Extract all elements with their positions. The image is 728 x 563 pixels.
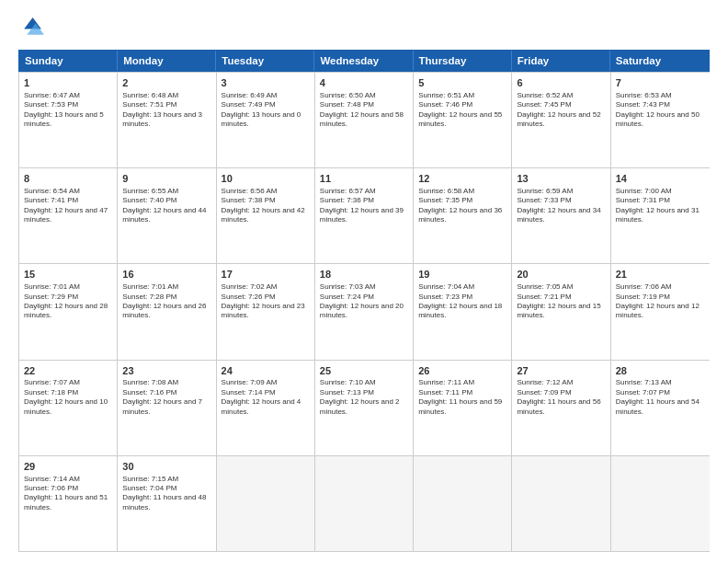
day-number: 4 <box>320 76 408 90</box>
cal-day-28: 28Sunrise: 7:13 AM Sunset: 7:07 PM Dayli… <box>611 361 710 455</box>
cal-day-18: 18Sunrise: 7:03 AM Sunset: 7:24 PM Dayli… <box>315 264 414 359</box>
cal-header-thursday: Thursday <box>414 51 512 71</box>
day-info: Sunrise: 6:53 AM Sunset: 7:43 PM Dayligh… <box>616 91 705 130</box>
cal-day-25: 25Sunrise: 7:10 AM Sunset: 7:13 PM Dayli… <box>315 361 414 455</box>
day-number: 7 <box>616 76 705 90</box>
calendar-body: 1Sunrise: 6:47 AM Sunset: 7:53 PM Daylig… <box>18 72 710 552</box>
cal-day-9: 9Sunrise: 6:55 AM Sunset: 7:40 PM Daylig… <box>118 168 216 263</box>
day-number: 29 <box>24 460 112 474</box>
cal-day-19: 19Sunrise: 7:04 AM Sunset: 7:23 PM Dayli… <box>414 264 512 359</box>
day-number: 14 <box>616 172 705 186</box>
day-info: Sunrise: 7:13 AM Sunset: 7:07 PM Dayligh… <box>616 378 705 417</box>
day-info: Sunrise: 7:03 AM Sunset: 7:24 PM Dayligh… <box>320 282 408 321</box>
cal-header-tuesday: Tuesday <box>216 51 314 71</box>
day-number: 27 <box>517 364 605 378</box>
cal-day-empty <box>414 456 512 551</box>
day-info: Sunrise: 7:11 AM Sunset: 7:11 PM Dayligh… <box>418 378 506 417</box>
day-info: Sunrise: 7:15 AM Sunset: 7:04 PM Dayligh… <box>122 475 210 513</box>
day-number: 24 <box>222 364 310 378</box>
cal-week-4: 22Sunrise: 7:07 AM Sunset: 7:18 PM Dayli… <box>19 360 710 455</box>
day-number: 23 <box>122 364 210 378</box>
day-info: Sunrise: 6:54 AM Sunset: 7:41 PM Dayligh… <box>24 187 112 225</box>
calendar: SundayMondayTuesdayWednesdayThursdayFrid… <box>18 50 710 552</box>
cal-day-8: 8Sunrise: 6:54 AM Sunset: 7:41 PM Daylig… <box>19 168 118 263</box>
day-info: Sunrise: 7:08 AM Sunset: 7:16 PM Dayligh… <box>122 378 210 417</box>
day-number: 8 <box>24 172 112 186</box>
day-info: Sunrise: 6:48 AM Sunset: 7:51 PM Dayligh… <box>122 91 210 130</box>
cal-day-13: 13Sunrise: 6:59 AM Sunset: 7:33 PM Dayli… <box>512 168 610 263</box>
day-number: 11 <box>320 172 408 186</box>
cal-day-16: 16Sunrise: 7:01 AM Sunset: 7:28 PM Dayli… <box>118 264 216 359</box>
cal-header-wednesday: Wednesday <box>314 51 413 71</box>
day-number: 2 <box>122 76 210 90</box>
cal-week-3: 15Sunrise: 7:01 AM Sunset: 7:29 PM Dayli… <box>19 263 710 359</box>
day-info: Sunrise: 6:56 AM Sunset: 7:38 PM Dayligh… <box>222 187 310 225</box>
day-info: Sunrise: 6:52 AM Sunset: 7:45 PM Dayligh… <box>517 91 605 130</box>
cal-day-12: 12Sunrise: 6:58 AM Sunset: 7:35 PM Dayli… <box>414 168 512 263</box>
day-info: Sunrise: 7:12 AM Sunset: 7:09 PM Dayligh… <box>517 378 605 417</box>
cal-day-4: 4Sunrise: 6:50 AM Sunset: 7:48 PM Daylig… <box>315 73 414 167</box>
day-info: Sunrise: 7:09 AM Sunset: 7:14 PM Dayligh… <box>222 378 310 417</box>
day-info: Sunrise: 7:00 AM Sunset: 7:31 PM Dayligh… <box>616 187 705 225</box>
day-info: Sunrise: 6:59 AM Sunset: 7:33 PM Dayligh… <box>517 187 605 225</box>
cal-day-22: 22Sunrise: 7:07 AM Sunset: 7:18 PM Dayli… <box>19 361 118 455</box>
cal-day-10: 10Sunrise: 6:56 AM Sunset: 7:38 PM Dayli… <box>217 168 315 263</box>
cal-day-29: 29Sunrise: 7:14 AM Sunset: 7:06 PM Dayli… <box>19 456 118 551</box>
cal-day-1: 1Sunrise: 6:47 AM Sunset: 7:53 PM Daylig… <box>19 73 118 167</box>
day-info: Sunrise: 7:07 AM Sunset: 7:18 PM Dayligh… <box>24 378 112 417</box>
day-number: 5 <box>418 76 506 90</box>
day-number: 6 <box>517 76 605 90</box>
cal-day-15: 15Sunrise: 7:01 AM Sunset: 7:29 PM Dayli… <box>19 264 118 359</box>
cal-day-30: 30Sunrise: 7:15 AM Sunset: 7:04 PM Dayli… <box>118 456 216 551</box>
cal-header-monday: Monday <box>118 51 216 71</box>
day-number: 18 <box>320 268 408 282</box>
day-number: 25 <box>320 364 408 378</box>
day-number: 16 <box>122 268 210 282</box>
cal-day-11: 11Sunrise: 6:57 AM Sunset: 7:36 PM Dayli… <box>315 168 414 263</box>
day-info: Sunrise: 6:55 AM Sunset: 7:40 PM Dayligh… <box>122 187 210 225</box>
day-number: 22 <box>24 364 112 378</box>
logo-icon <box>18 15 44 40</box>
day-info: Sunrise: 6:57 AM Sunset: 7:36 PM Dayligh… <box>320 187 408 225</box>
cal-day-20: 20Sunrise: 7:05 AM Sunset: 7:21 PM Dayli… <box>512 264 610 359</box>
cal-day-24: 24Sunrise: 7:09 AM Sunset: 7:14 PM Dayli… <box>217 361 315 455</box>
cal-day-empty <box>611 456 710 551</box>
day-number: 30 <box>122 460 210 474</box>
day-number: 17 <box>222 268 310 282</box>
day-info: Sunrise: 7:10 AM Sunset: 7:13 PM Dayligh… <box>320 378 408 417</box>
day-info: Sunrise: 6:51 AM Sunset: 7:46 PM Dayligh… <box>418 91 506 130</box>
day-number: 9 <box>122 172 210 186</box>
cal-day-14: 14Sunrise: 7:00 AM Sunset: 7:31 PM Dayli… <box>611 168 710 263</box>
cal-day-empty <box>217 456 315 551</box>
day-info: Sunrise: 7:04 AM Sunset: 7:23 PM Dayligh… <box>418 282 506 321</box>
day-number: 13 <box>517 172 605 186</box>
cal-header-sunday: Sunday <box>19 51 118 71</box>
day-info: Sunrise: 7:14 AM Sunset: 7:06 PM Dayligh… <box>24 475 112 513</box>
cal-day-2: 2Sunrise: 6:48 AM Sunset: 7:51 PM Daylig… <box>118 73 216 167</box>
day-number: 15 <box>24 268 112 282</box>
cal-day-17: 17Sunrise: 7:02 AM Sunset: 7:26 PM Dayli… <box>217 264 315 359</box>
cal-week-5: 29Sunrise: 7:14 AM Sunset: 7:06 PM Dayli… <box>19 455 710 551</box>
day-info: Sunrise: 7:02 AM Sunset: 7:26 PM Dayligh… <box>222 282 310 321</box>
day-number: 28 <box>616 364 705 378</box>
day-info: Sunrise: 7:06 AM Sunset: 7:19 PM Dayligh… <box>616 282 705 321</box>
calendar-header: SundayMondayTuesdayWednesdayThursdayFrid… <box>18 50 710 72</box>
cal-day-empty <box>315 456 414 551</box>
page: SundayMondayTuesdayWednesdayThursdayFrid… <box>0 0 728 563</box>
cal-header-saturday: Saturday <box>610 51 709 71</box>
day-info: Sunrise: 6:58 AM Sunset: 7:35 PM Dayligh… <box>418 187 506 225</box>
day-info: Sunrise: 7:01 AM Sunset: 7:29 PM Dayligh… <box>24 282 112 321</box>
day-number: 3 <box>222 76 310 90</box>
day-number: 26 <box>418 364 506 378</box>
cal-day-7: 7Sunrise: 6:53 AM Sunset: 7:43 PM Daylig… <box>611 73 710 167</box>
day-number: 12 <box>418 172 506 186</box>
cal-day-27: 27Sunrise: 7:12 AM Sunset: 7:09 PM Dayli… <box>512 361 610 455</box>
day-number: 21 <box>616 268 705 282</box>
day-number: 19 <box>418 268 506 282</box>
cal-day-6: 6Sunrise: 6:52 AM Sunset: 7:45 PM Daylig… <box>512 73 610 167</box>
cal-day-26: 26Sunrise: 7:11 AM Sunset: 7:11 PM Dayli… <box>414 361 512 455</box>
cal-day-21: 21Sunrise: 7:06 AM Sunset: 7:19 PM Dayli… <box>611 264 710 359</box>
cal-day-3: 3Sunrise: 6:49 AM Sunset: 7:49 PM Daylig… <box>217 73 315 167</box>
day-info: Sunrise: 7:05 AM Sunset: 7:21 PM Dayligh… <box>517 282 605 321</box>
cal-day-empty <box>512 456 610 551</box>
